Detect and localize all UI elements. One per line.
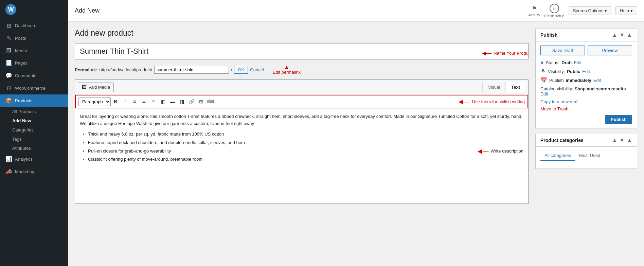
permalink-row: Permalink: http://fuadwe.local/product/ …: [75, 65, 529, 75]
publish-top-actions: Save Draft Preview: [540, 46, 632, 55]
description-list: Thick and heavy 6.0 oz. per sq. yd. fabr…: [80, 131, 523, 163]
align-right-button[interactable]: ◨: [177, 97, 187, 106]
categories-tabs: All categories Most Used: [540, 151, 632, 161]
activity-label: Activity: [528, 13, 540, 17]
status-edit-link[interactable]: Edit: [574, 60, 581, 65]
status-row: ● Status: Draft Edit: [540, 59, 632, 66]
arrow-up-icon: ▲: [284, 65, 290, 70]
catalog-label: Catalog visibility:: [540, 86, 573, 91]
toolbar-annotation-text: Use them for stylish writing: [472, 99, 525, 104]
tab-visual[interactable]: Visual: [482, 82, 505, 92]
sidebar-item-all-products[interactable]: All Products: [0, 107, 68, 116]
copy-draft-link[interactable]: Copy to a new draft: [540, 99, 632, 104]
editor-content[interactable]: Great for layering or wearing alone, thi…: [75, 108, 528, 203]
ordered-list-button[interactable]: ≣: [139, 97, 149, 106]
table-button[interactable]: ⊞: [196, 97, 206, 106]
sidebar-item-woocommerce[interactable]: ⊡ WooCommerce: [0, 82, 68, 94]
catalog-edit-link[interactable]: Edit: [540, 91, 632, 96]
sidebar-item-categories[interactable]: Categories: [0, 125, 68, 135]
finish-setup-button[interactable]: ○ Finish setup: [544, 4, 564, 18]
sidebar-item-media[interactable]: 🖼 Media: [0, 45, 68, 57]
close-icon[interactable]: ▲: [627, 32, 632, 38]
blockquote-button[interactable]: ❝: [149, 97, 158, 106]
collapse-down-icon[interactable]: ▼: [619, 32, 625, 38]
align-center-button[interactable]: ▬: [168, 97, 177, 106]
align-left-button[interactable]: ◧: [158, 97, 168, 106]
products-icon: 📦: [5, 97, 12, 104]
permalink-slash: /: [231, 67, 232, 72]
save-draft-button[interactable]: Save Draft: [540, 46, 585, 55]
more-button[interactable]: ⌨: [206, 97, 215, 106]
cat-close-icon[interactable]: ▲: [627, 138, 632, 143]
publish-bottom-row: Publish: [540, 115, 632, 124]
permalink-ok-button[interactable]: OK: [234, 66, 248, 74]
cat-tab-most-used[interactable]: Most Used: [575, 151, 604, 161]
activity-button[interactable]: ⚑ Activity: [528, 5, 540, 17]
help-button[interactable]: Help ▾: [615, 6, 637, 15]
cat-collapse-up-icon[interactable]: ▲: [612, 138, 617, 143]
help-label: Help: [620, 8, 629, 13]
toolbar-arrow-icon: ◀—: [459, 98, 469, 105]
bold-button[interactable]: B: [111, 97, 120, 106]
sidebar-item-posts[interactable]: ✎ Posts: [0, 32, 68, 45]
sidebar-item-attributes[interactable]: Attributes: [0, 144, 68, 153]
sidebar-item-label: Dashboard: [15, 23, 37, 28]
publish-box-body: Save Draft Preview ● Status: Draft Edit …: [536, 41, 637, 128]
page-title: Add new product: [75, 29, 529, 38]
preview-button[interactable]: Preview: [588, 46, 632, 55]
list-item: Features taped neck and shoulders, and d…: [88, 139, 523, 146]
link-button[interactable]: 🔗: [187, 97, 196, 106]
description-paragraph: Great for layering or wearing alone, thi…: [80, 113, 523, 127]
unordered-list-button[interactable]: ≡: [130, 97, 139, 106]
topbar-right: ⚑ Activity ○ Finish setup Screen Options…: [528, 4, 637, 18]
move-trash-link[interactable]: Move to Trash: [540, 106, 632, 111]
pages-icon: 📃: [5, 60, 12, 66]
add-media-button[interactable]: 🖼 Add Media: [78, 83, 114, 92]
sidebar-item-marketing[interactable]: 📣 Marketing: [0, 165, 68, 178]
publish-time-row: 📅 Publish immediately Edit: [540, 77, 632, 84]
cat-tab-all[interactable]: All categories: [540, 151, 575, 161]
calendar-icon: 📅: [540, 77, 547, 84]
list-item: Classic fit offering plenty of move-arou…: [88, 156, 523, 163]
woocommerce-icon: ⊡: [5, 85, 12, 91]
screen-options-label: Screen Options: [573, 8, 604, 13]
sidebar-item-tags[interactable]: Tags: [0, 135, 68, 144]
visibility-row: 👁 Visibility: Public Edit: [540, 68, 632, 74]
sidebar-item-comments[interactable]: 💬 Comments: [0, 69, 68, 82]
visibility-edit-link[interactable]: Edit: [582, 69, 590, 74]
categories-box: Product categories ▲ ▼ ▲ All categories …: [535, 134, 637, 169]
posts-icon: ✎: [5, 35, 12, 41]
categories-box-body: All categories Most Used: [536, 147, 637, 169]
sidebar-item-dashboard[interactable]: ⊞ Dashboard: [0, 19, 68, 32]
list-item: Pull-on closure for grab-and-go wearabil…: [88, 148, 523, 155]
sidebar-item-analytics[interactable]: 📊 Analytics: [0, 153, 68, 165]
flag-icon: ⚑: [532, 5, 537, 12]
italic-button[interactable]: I: [120, 97, 130, 106]
permalink-slug-input[interactable]: [154, 66, 229, 74]
circle-icon: ○: [550, 4, 559, 13]
analytics-icon: 📊: [5, 156, 12, 162]
product-name-input[interactable]: [75, 43, 529, 59]
visibility-icon: 👁: [540, 68, 546, 74]
publish-time-edit-link[interactable]: Edit: [593, 78, 601, 83]
cat-collapse-down-icon[interactable]: ▼: [619, 138, 625, 143]
editor-area: Add new product ◀— Name Your Product Per…: [75, 29, 529, 259]
finish-setup-label: Finish setup: [544, 14, 564, 18]
collapse-up-icon[interactable]: ▲: [612, 32, 617, 38]
publish-label: Publish: [549, 78, 564, 83]
paragraph-select[interactable]: Paragraph: [78, 97, 111, 106]
sidebar-item-add-new[interactable]: Add New: [0, 116, 68, 125]
sidebar: W ⊞ Dashboard ✎ Posts 🖼 Media 📃 Pages 💬 …: [0, 0, 68, 266]
screen-options-button[interactable]: Screen Options ▾: [569, 6, 612, 15]
publish-button[interactable]: Publish: [605, 115, 632, 124]
sidebar-item-products[interactable]: 📦 Products: [0, 94, 68, 107]
desc-arrow-icon: ◀—: [478, 146, 488, 156]
sidebar-item-label: Pages: [15, 60, 28, 66]
permalink-prefix: http://fuadwe.local/product/: [99, 67, 152, 72]
list-item: Thick and heavy 6.0 oz. per sq. yd. fabr…: [88, 131, 523, 138]
sidebar-item-pages[interactable]: 📃 Pages: [0, 57, 68, 69]
permalink-cancel-link[interactable]: Cancel: [250, 67, 264, 72]
description-annotation: ◀— Write description: [478, 146, 523, 156]
catalog-visibility-row: Catalog visibility: Shop and search resu…: [540, 86, 632, 96]
tab-text[interactable]: Text: [505, 82, 525, 92]
